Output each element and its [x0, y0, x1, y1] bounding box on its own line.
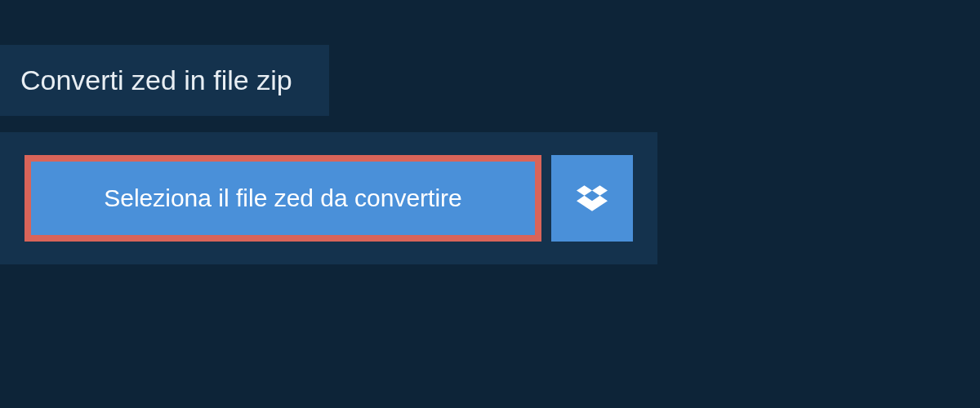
dropbox-button[interactable] [551, 155, 633, 242]
dropbox-icon [577, 183, 608, 214]
select-file-label: Seleziona il file zed da convertire [104, 184, 462, 212]
page-title: Converti zed in file zip [20, 64, 292, 96]
upload-panel: Seleziona il file zed da convertire [0, 132, 657, 264]
select-file-button[interactable]: Seleziona il file zed da convertire [24, 155, 541, 242]
tab-header: Converti zed in file zip [0, 45, 329, 116]
